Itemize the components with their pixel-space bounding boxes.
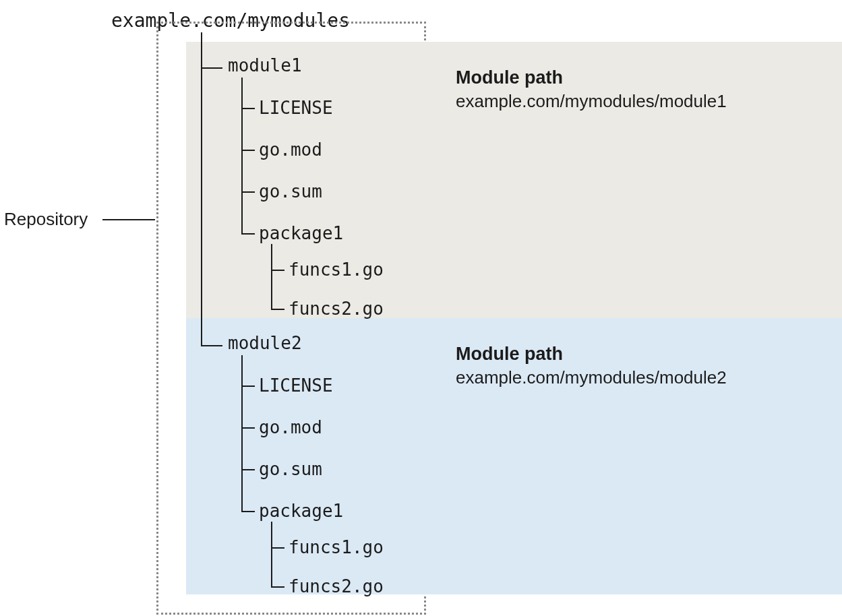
repository-callout-line bbox=[102, 219, 155, 220]
module1-caption: Module path example.com/mymodules/module… bbox=[456, 67, 820, 112]
file-gosum: go.sum bbox=[259, 181, 322, 202]
file-license: LICENSE bbox=[259, 98, 333, 118]
module1-caption-path: example.com/mymodules/module1 bbox=[456, 91, 820, 112]
tree-tick bbox=[241, 386, 255, 387]
tree-tick bbox=[241, 108, 255, 109]
module1-caption-title: Module path bbox=[456, 67, 820, 88]
tree-branch bbox=[271, 522, 272, 588]
file-funcs1: funcs1.go bbox=[289, 537, 384, 557]
tree-branch bbox=[241, 78, 243, 234]
module2-caption: Module path example.com/mymodules/module… bbox=[456, 344, 820, 388]
dir-package1: package1 bbox=[259, 223, 343, 243]
tree-tick bbox=[241, 150, 255, 151]
tree-tick bbox=[271, 309, 284, 310]
tree-tick bbox=[241, 427, 255, 429]
repository-label: Repository bbox=[4, 209, 88, 230]
dir-package1: package1 bbox=[259, 501, 343, 521]
tree-tick bbox=[201, 67, 222, 69]
tree-tick bbox=[271, 270, 284, 271]
file-funcs1: funcs1.go bbox=[289, 259, 384, 280]
tree-tick bbox=[241, 469, 255, 470]
tree-trunk bbox=[201, 32, 202, 346]
module2-caption-title: Module path bbox=[456, 344, 820, 365]
tree-tick bbox=[241, 511, 255, 512]
tree-tick bbox=[241, 233, 255, 235]
tree-tick bbox=[241, 191, 255, 193]
module1-name: module1 bbox=[228, 55, 302, 75]
file-funcs2: funcs2.go bbox=[289, 299, 384, 319]
file-gomod: go.mod bbox=[259, 140, 322, 160]
tree-tick bbox=[201, 345, 222, 346]
file-license: LICENSE bbox=[259, 375, 333, 396]
tree-branch bbox=[241, 355, 243, 512]
tree-branch bbox=[271, 244, 272, 310]
file-gosum: go.sum bbox=[259, 459, 322, 479]
module2-caption-path: example.com/mymodules/module2 bbox=[456, 367, 820, 388]
file-gomod: go.mod bbox=[259, 417, 322, 437]
tree-tick bbox=[271, 547, 284, 549]
file-funcs2: funcs2.go bbox=[289, 576, 384, 596]
module2-name: module2 bbox=[228, 333, 302, 353]
tree-tick bbox=[271, 586, 284, 588]
